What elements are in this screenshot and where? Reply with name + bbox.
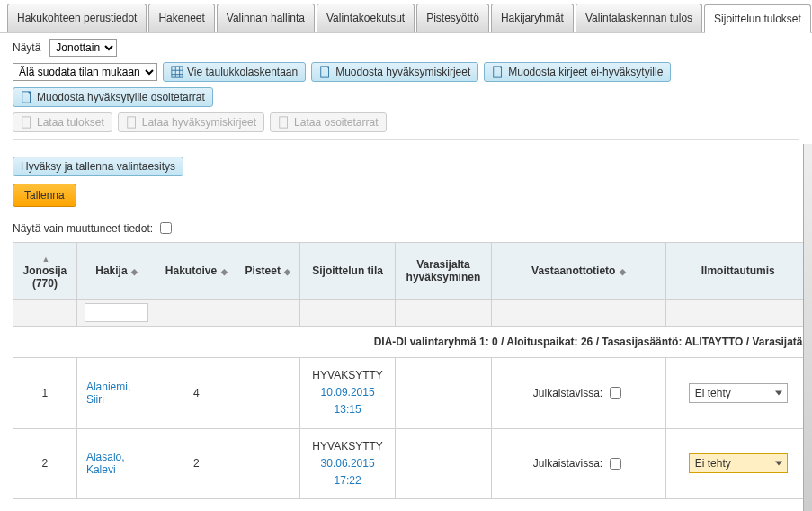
pdf-icon — [319, 66, 332, 78]
col-hakija[interactable]: Hakija ◆ — [76, 243, 156, 300]
divider — [13, 139, 799, 140]
cell-pisteet — [236, 428, 300, 499]
cell-hakutoive: 4 — [156, 358, 236, 429]
tab-valintakoekutsut[interactable]: Valintakoekutsut — [317, 4, 415, 32]
tab-valintalaskennan-tulos[interactable]: Valintalaskennan tulos — [576, 4, 702, 32]
julkaistavissa-checkbox[interactable] — [610, 458, 621, 470]
julkaistavissa-label: Julkaistavissa: — [533, 387, 602, 399]
status-date-link[interactable]: 30.06.2015 — [306, 455, 389, 472]
filter-row — [13, 300, 810, 327]
col-varasijalta[interactable]: Varasijalta hyväksyminen — [396, 243, 491, 300]
svg-rect-7 — [22, 92, 31, 103]
create-acceptance-letters-button[interactable]: Muodosta hyväksymiskirjeet — [311, 62, 478, 82]
cell-hakija: Alaniemi,Siiri — [76, 358, 156, 429]
changed-only-checkbox[interactable] — [160, 222, 172, 234]
tab-sijoittelun-tulokset[interactable]: Sijoittelun tulokset — [704, 4, 811, 33]
cell-jonosija: 2 — [13, 428, 77, 499]
download-acceptance-letters-button: Lataa hyväksymiskirjeet — [118, 112, 264, 132]
table-row: 1 Alaniemi,Siiri 4 HYVAKSYTTY 10.09.2015… — [13, 358, 810, 429]
svg-rect-6 — [494, 67, 502, 77]
status-time-link[interactable]: 13:15 — [306, 401, 389, 418]
toolbar-row-3: Muodosta hyväksytyille osoitetarrat — [0, 87, 812, 112]
cell-vastaanotto: Julkaistavissa: — [491, 428, 666, 499]
status-time-link[interactable]: 17:22 — [306, 472, 389, 489]
svg-rect-10 — [280, 117, 288, 128]
save-button[interactable]: Tallenna — [13, 184, 76, 207]
group-header-text: DIA-DI valintaryhmä 1: 0 / Aloituspaikat… — [13, 327, 810, 358]
nayta-label: Näytä — [13, 41, 40, 54]
export-spreadsheet-button[interactable]: Vie taulukkolaskentaan — [163, 62, 306, 82]
toolbar-row-4: Lataa tulokset Lataa hyväksymiskirjeet L… — [0, 112, 812, 138]
filter-select[interactable]: Älä suodata tilan mukaan — [13, 63, 157, 81]
cell-ilmoittautumis: Ei tehty — [666, 428, 810, 499]
changed-only-row: Näytä vain muuttuneet tiedot: — [0, 214, 812, 242]
pdf-icon — [278, 116, 290, 129]
save-section: Tallenna — [13, 184, 799, 207]
toolbar-row-1: Näytä Jonottain — [0, 33, 812, 62]
pdf-icon — [492, 66, 504, 78]
col-jonosija[interactable]: ▲Jonosija (770) — [13, 243, 77, 300]
table-row: 2 Alasalo,Kalevi 2 HYVAKSYTTY 30.06.2015… — [13, 428, 810, 499]
cell-status: HYVAKSYTTY 10.09.2015 13:15 — [299, 358, 395, 429]
group-header-row: DIA-DI valintaryhmä 1: 0 / Aloituspaikat… — [13, 327, 810, 358]
pdf-icon — [126, 116, 138, 129]
status-date-link[interactable]: 10.09.2015 — [306, 384, 389, 401]
vertical-scrollbar[interactable] — [803, 144, 812, 511]
changed-only-label: Näytä vain muuttuneet tiedot: — [13, 222, 153, 235]
svg-rect-5 — [321, 67, 329, 77]
pdf-icon — [21, 91, 33, 103]
cell-pisteet — [236, 358, 300, 429]
results-table: ▲Jonosija (770) Hakija ◆ Hakutoive ◆ Pis… — [13, 242, 810, 499]
cell-varasijalta — [396, 428, 491, 499]
col-sijoittelun-tila[interactable]: Sijoittelun tila — [299, 243, 395, 300]
applicant-link[interactable]: Alaniemi,Siiri — [86, 381, 130, 406]
ilmoittautumis-select[interactable]: Ei tehty — [689, 453, 788, 473]
cell-hakija: Alasalo,Kalevi — [76, 428, 156, 499]
svg-rect-8 — [22, 117, 31, 128]
tab-hakeneet[interactable]: Hakeneet — [148, 4, 214, 32]
cell-hakutoive: 2 — [156, 428, 236, 499]
main-tabs: Hakukohteen perustiedot Hakeneet Valinna… — [0, 0, 812, 33]
cell-ilmoittautumis: Ei tehty — [666, 358, 810, 429]
tab-hakijaryhmat[interactable]: Hakijaryhmät — [491, 4, 574, 32]
cell-status: HYVAKSYTTY 30.06.2015 17:22 — [299, 428, 395, 499]
create-rejection-letters-button[interactable]: Muodosta kirjeet ei-hyväksytyille — [484, 62, 671, 82]
toolbar-row-2: Älä suodata tilan mukaan Vie taulukkolas… — [0, 62, 812, 87]
approve-save-proposal-button[interactable]: Hyväksy ja tallenna valintaesitys — [13, 157, 183, 176]
cell-jonosija: 1 — [13, 358, 77, 429]
col-pisteet[interactable]: Pisteet ◆ — [236, 243, 300, 300]
pdf-icon — [21, 116, 33, 129]
ilmoittautumis-select[interactable]: Ei tehty — [689, 383, 788, 403]
tab-perustiedot[interactable]: Hakukohteen perustiedot — [7, 4, 147, 32]
filter-hakija-input[interactable] — [85, 303, 149, 322]
action-section: Hyväksy ja tallenna valintaesitys — [13, 157, 799, 176]
cell-varasijalta — [396, 358, 491, 429]
col-hakutoive[interactable]: Hakutoive ◆ — [156, 243, 236, 300]
tab-valinnan-hallinta[interactable]: Valinnan hallinta — [217, 4, 315, 32]
spreadsheet-icon — [171, 66, 183, 78]
svg-rect-9 — [127, 117, 135, 128]
nayta-select[interactable]: Jonottain — [49, 39, 117, 57]
col-vastaanotto[interactable]: Vastaanottotieto ◆ — [491, 243, 666, 300]
create-address-labels-button[interactable]: Muodosta hyväksytyille osoitetarrat — [13, 87, 213, 107]
julkaistavissa-label: Julkaistavissa: — [533, 457, 602, 470]
col-ilmoittautumis[interactable]: Ilmoittautumis — [666, 243, 810, 300]
julkaistavissa-checkbox[interactable] — [610, 387, 621, 399]
svg-rect-0 — [172, 67, 183, 77]
cell-vastaanotto: Julkaistavissa: — [491, 358, 666, 429]
download-address-labels-button: Lataa osoitetarrat — [270, 112, 386, 132]
tab-pistesyotto[interactable]: Pistesyöttö — [416, 4, 489, 32]
applicant-link[interactable]: Alasalo,Kalevi — [86, 451, 125, 476]
download-results-button: Lataa tulokset — [13, 112, 112, 132]
